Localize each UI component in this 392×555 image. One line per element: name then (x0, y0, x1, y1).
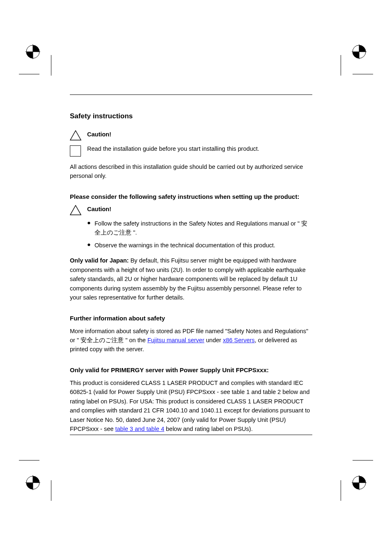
subheading: Please consider the following safety ins… (70, 193, 312, 200)
crop-mark (51, 480, 51, 501)
paragraph-text: This product is considered CLASS 1 LASER… (70, 380, 310, 432)
svg-marker-12 (70, 131, 81, 140)
crop-mark (341, 55, 341, 76)
caution-triangle-icon (70, 205, 87, 215)
instruction-text: Read the installation guide before you s… (87, 145, 312, 154)
bullet-text: Follow the safety instructions in the Sa… (95, 219, 312, 237)
registration-mark-icon (352, 475, 367, 490)
svg-marker-13 (70, 205, 81, 215)
bullet-row: ● Follow the safety instructions in the … (87, 219, 312, 237)
paragraph: More information about safety is stored … (70, 327, 312, 354)
link-fujitsu-manual-server[interactable]: Fujitsu manual server (148, 337, 205, 343)
content-area: Safety instructions Caution! Read the in… (70, 94, 312, 434)
bullet-marker: ● (87, 219, 95, 226)
bullet-text: Observe the warnings in the technical do… (95, 241, 312, 250)
caution-row: Caution! (70, 130, 312, 140)
bullet-marker: ● (87, 241, 95, 248)
crop-mark (341, 480, 341, 501)
paragraph-text: under (204, 337, 223, 343)
crop-mark (19, 74, 39, 74)
inline-bold: Only valid for Japan: (70, 257, 129, 264)
paragraph: All actions described in this installati… (70, 162, 312, 181)
caution-label: Caution! (87, 205, 312, 214)
bottom-rule (70, 435, 312, 435)
link-table-3-4[interactable]: table 3 and table 4 (115, 426, 164, 432)
crop-mark (19, 460, 39, 461)
caution-row: Caution! (70, 205, 312, 215)
caution-triangle-icon (70, 130, 87, 140)
paragraph: This product is considered CLASS 1 LASER… (70, 378, 312, 434)
registration-mark-icon (352, 44, 367, 59)
page: Safety instructions Caution! Read the in… (0, 0, 392, 555)
page-title: Safety instructions (70, 112, 312, 120)
step-box-icon (70, 145, 87, 157)
crop-mark (353, 460, 373, 461)
paragraph-text: below and rating label on PSUs). (164, 426, 253, 432)
registration-mark-icon (25, 44, 40, 59)
caution-label: Caution! (87, 130, 312, 139)
crop-mark (353, 74, 373, 74)
subheading: Only valid for PRIMERGY server with Powe… (70, 366, 312, 373)
registration-mark-icon (25, 475, 40, 490)
subheading: Further information about safety (70, 315, 312, 322)
instruction-row: Read the installation guide before you s… (70, 145, 312, 157)
crop-mark (51, 55, 51, 76)
paragraph: Only valid for Japan: By default, this F… (70, 256, 312, 302)
link-x86-servers[interactable]: x86 Servers (223, 337, 254, 343)
bullet-row: ● Observe the warnings in the technical … (87, 241, 312, 250)
top-rule (70, 94, 312, 95)
